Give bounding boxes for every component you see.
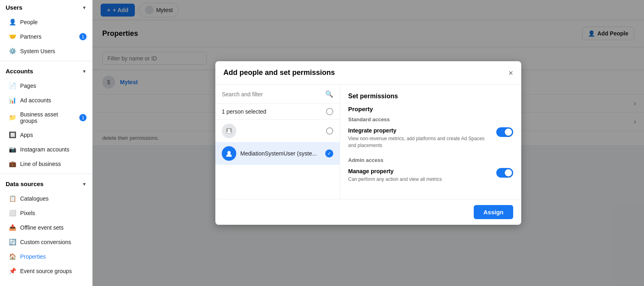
business-asset-badge: 1 — [79, 114, 87, 121]
integrate-property-row: Integrate property View non-revenue metr… — [348, 127, 513, 149]
sidebar-item-label: Properties — [20, 253, 46, 260]
sidebar-item-custom-conversions[interactable]: 🔄 Custom conversions — [0, 235, 92, 249]
standard-access-label: Standard access — [348, 116, 513, 122]
user-list-item-2[interactable]: MediationSystemUser (syste... ✓ — [215, 142, 340, 165]
instagram-icon: 📷 — [9, 146, 16, 153]
manage-property-desc: Can perform any action and view all metr… — [348, 176, 442, 183]
custom-conversions-icon: 🔄 — [9, 238, 16, 246]
users-section-label: Users — [6, 4, 23, 11]
modal-title: Add people and set permissions — [223, 68, 335, 77]
main-content: + + Add Mytest Properties 👤 Add People $… — [93, 0, 644, 286]
assign-label: Assign — [483, 209, 504, 216]
sidebar-item-label: System Users — [20, 48, 55, 54]
pixels-icon: ⬜ — [9, 209, 16, 217]
accounts-arrow-icon: ▼ — [82, 69, 87, 74]
manage-property-row: Manage property Can perform any action a… — [348, 168, 513, 183]
user1-radio[interactable] — [326, 127, 333, 135]
svg-point-1 — [228, 129, 230, 131]
partners-icon: 🤝 — [9, 33, 16, 40]
offline-events-icon: 📥 — [9, 224, 16, 231]
ad-accounts-icon: 📊 — [9, 97, 16, 104]
close-icon: × — [508, 68, 513, 77]
sidebar-item-event-source-groups[interactable]: 📌 Event source groups — [0, 264, 92, 278]
manage-property-title: Manage property — [348, 168, 442, 174]
sidebar-item-pages[interactable]: 📄 Pages — [0, 79, 92, 93]
sidebar-item-label: Pixels — [20, 210, 35, 216]
sidebar-item-catalogues[interactable]: 📋 Catalogues — [0, 191, 92, 206]
sidebar-item-ad-accounts[interactable]: 📊 Ad accounts — [0, 93, 92, 108]
sidebar: Users ▼ 👤 People 🤝 Partners 1 ⚙️ System … — [0, 0, 93, 286]
user-avatar-2 — [222, 146, 236, 161]
line-of-business-icon: 💼 — [9, 160, 16, 168]
modal-left-panel: 🔍 1 person selected — [215, 85, 340, 199]
toggle-slider-manage — [496, 168, 513, 178]
sidebar-item-label: Event source groups — [20, 268, 72, 274]
sidebar-item-business-asset-groups[interactable]: 📁 Business asset groups 1 — [0, 108, 92, 128]
sidebar-item-label: Ad accounts — [20, 97, 51, 104]
data-sources-label: Data sources — [6, 180, 43, 187]
modal-search-input[interactable] — [222, 91, 322, 97]
admin-access-label: Admin access — [348, 157, 513, 163]
accounts-section-header[interactable]: Accounts ▼ — [0, 64, 92, 79]
sidebar-item-offline-event-sets[interactable]: 📥 Offline event sets — [0, 220, 92, 235]
user2-check[interactable]: ✓ — [325, 149, 333, 158]
svg-point-2 — [227, 151, 231, 154]
property-label: Property — [348, 106, 513, 112]
modal-footer: Assign — [215, 199, 521, 225]
assign-button[interactable]: Assign — [474, 205, 513, 219]
permissions-title: Set permissions — [348, 93, 513, 100]
modal-right-panel: Set permissions Property Standard access… — [340, 85, 521, 199]
modal: Add people and set permissions × 🔍 1 per… — [215, 61, 521, 224]
data-sources-arrow-icon: ▼ — [82, 182, 87, 187]
sidebar-item-label: Catalogues — [20, 195, 49, 202]
sidebar-item-instagram-accounts[interactable]: 📷 Instagram accounts — [0, 142, 92, 157]
business-asset-groups-icon: 📁 — [9, 114, 16, 121]
catalogues-icon: 📋 — [9, 195, 16, 202]
deselect-all-radio[interactable] — [326, 108, 333, 115]
sidebar-item-pixels[interactable]: ⬜ Pixels — [0, 206, 92, 220]
integrate-property-title: Integrate property — [348, 127, 492, 134]
sidebar-item-properties[interactable]: 🏠 Properties — [0, 249, 92, 264]
sidebar-item-system-users[interactable]: ⚙️ System Users — [0, 44, 92, 58]
manage-property-toggle[interactable] — [496, 168, 513, 178]
user-list-item-1[interactable] — [215, 120, 340, 142]
sidebar-item-label: People — [20, 19, 38, 25]
partners-badge: 1 — [79, 33, 87, 40]
apps-icon: 🔲 — [9, 131, 16, 139]
user2-name: MediationSystemUser (syste... — [240, 150, 321, 157]
people-icon: 👤 — [9, 19, 16, 26]
sidebar-item-people[interactable]: 👤 People — [0, 15, 92, 29]
users-section-header[interactable]: Users ▼ — [0, 0, 92, 15]
modal-close-button[interactable]: × — [508, 69, 513, 77]
modal-body: 🔍 1 person selected — [215, 85, 521, 199]
search-area: 🔍 — [215, 85, 340, 104]
sidebar-item-apps[interactable]: 🔲 Apps — [0, 128, 92, 142]
manage-property-info: Manage property Can perform any action a… — [348, 168, 442, 183]
properties-icon: 🏠 — [9, 253, 16, 260]
integrate-property-info: Integrate property View non-revenue metr… — [348, 127, 492, 149]
system-users-icon: ⚙️ — [9, 48, 16, 55]
selected-count-label: 1 person selected — [222, 108, 266, 115]
sidebar-item-label: Partners — [20, 33, 41, 40]
selected-count-row: 1 person selected — [215, 104, 340, 120]
user-avatar-1 — [222, 124, 236, 138]
pages-icon: 📄 — [9, 82, 16, 89]
sidebar-item-label: Offline event sets — [20, 224, 64, 231]
sidebar-item-label: Business asset groups — [20, 111, 75, 124]
integrate-property-toggle[interactable] — [496, 127, 513, 137]
accounts-section-label: Accounts — [6, 68, 33, 75]
search-icon: 🔍 — [325, 90, 333, 98]
sidebar-item-label: Apps — [20, 132, 33, 138]
modal-overlay: Add people and set permissions × 🔍 1 per… — [93, 0, 644, 286]
sidebar-item-label: Custom conversions — [20, 239, 71, 245]
users-arrow-icon: ▼ — [82, 5, 87, 10]
event-source-groups-icon: 📌 — [9, 267, 16, 275]
sidebar-item-label: Instagram accounts — [20, 146, 69, 153]
toggle-slider-integrate — [496, 127, 513, 137]
sidebar-item-line-of-business[interactable]: 💼 Line of business — [0, 157, 92, 171]
sidebar-item-label: Pages — [20, 83, 36, 89]
sidebar-item-label: Line of business — [20, 161, 61, 167]
modal-header: Add people and set permissions × — [215, 61, 521, 85]
data-sources-section-header[interactable]: Data sources ▼ — [0, 176, 92, 191]
sidebar-item-partners[interactable]: 🤝 Partners 1 — [0, 29, 92, 44]
